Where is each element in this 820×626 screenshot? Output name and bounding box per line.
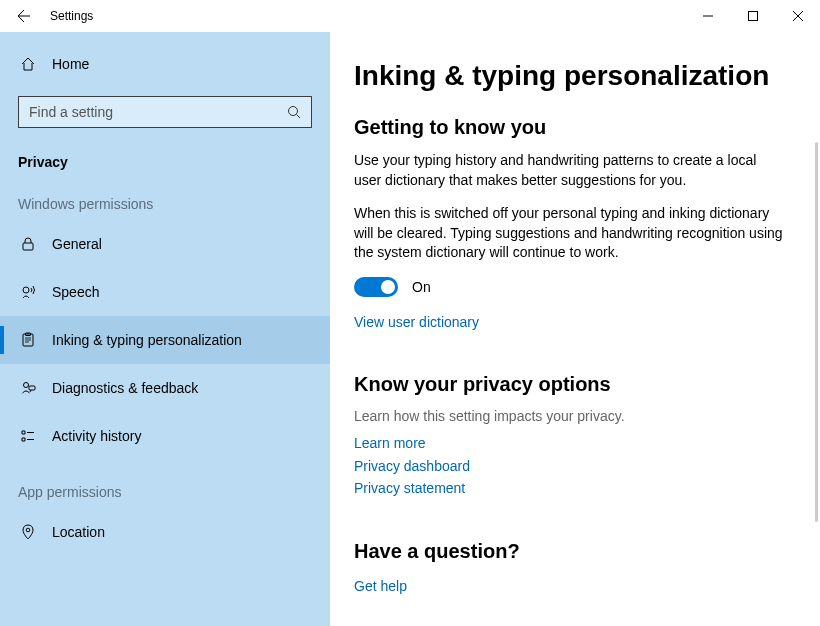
sidebar: Home Privacy Windows permissions General… — [0, 32, 330, 626]
privacy-dashboard-link[interactable]: Privacy dashboard — [354, 455, 786, 477]
sidebar-item-diagnostics[interactable]: Diagnostics & feedback — [0, 364, 330, 412]
svg-point-6 — [24, 383, 29, 388]
close-icon — [793, 11, 803, 21]
close-button[interactable] — [775, 0, 820, 32]
sidebar-home-label: Home — [52, 56, 89, 72]
maximize-button[interactable] — [730, 0, 775, 32]
sidebar-item-speech[interactable]: Speech — [0, 268, 330, 316]
view-dictionary-link[interactable]: View user dictionary — [354, 311, 786, 333]
svg-rect-2 — [23, 243, 33, 250]
window-title: Settings — [50, 9, 93, 23]
search-icon — [287, 105, 301, 119]
section-heading-privacy-options: Know your privacy options — [354, 373, 786, 396]
svg-point-3 — [23, 287, 29, 293]
sidebar-item-location[interactable]: Location — [0, 508, 330, 556]
section1-para1: Use your typing history and handwriting … — [354, 151, 784, 190]
svg-point-8 — [26, 528, 30, 532]
sidebar-home[interactable]: Home — [18, 44, 312, 84]
sidebar-item-label: Speech — [52, 284, 99, 300]
location-icon — [18, 524, 38, 540]
toggle-label: On — [412, 279, 431, 295]
lock-icon — [18, 236, 38, 252]
sidebar-item-inking[interactable]: Inking & typing personalization — [0, 316, 330, 364]
group-header-app: App permissions — [0, 474, 330, 508]
sidebar-section-title: Privacy — [0, 148, 330, 186]
sidebar-item-label: Diagnostics & feedback — [52, 380, 198, 396]
search-box[interactable] — [18, 96, 312, 128]
personalization-toggle[interactable] — [354, 277, 398, 297]
search-input[interactable] — [29, 104, 287, 120]
section-heading-question: Have a question? — [354, 540, 786, 563]
learn-more-link[interactable]: Learn more — [354, 432, 786, 454]
page-title: Inking & typing personalization — [354, 60, 786, 92]
minimize-button[interactable] — [685, 0, 730, 32]
svg-rect-0 — [748, 12, 757, 21]
sidebar-item-activity[interactable]: Activity history — [0, 412, 330, 460]
back-button[interactable] — [4, 0, 44, 32]
feedback-icon — [18, 380, 38, 396]
svg-rect-7 — [29, 386, 35, 390]
timeline-icon — [18, 428, 38, 444]
sidebar-item-general[interactable]: General — [0, 220, 330, 268]
sidebar-item-label: Activity history — [52, 428, 141, 444]
main-content: Inking & typing personalization Getting … — [330, 32, 820, 626]
arrow-left-icon — [16, 8, 32, 24]
clipboard-icon — [18, 332, 38, 348]
svg-point-1 — [289, 107, 298, 116]
sidebar-item-label: Inking & typing personalization — [52, 332, 242, 348]
home-icon — [18, 56, 38, 72]
group-header-windows: Windows permissions — [0, 186, 330, 220]
scrollbar[interactable] — [815, 142, 818, 522]
maximize-icon — [748, 11, 758, 21]
get-help-link[interactable]: Get help — [354, 575, 786, 597]
toggle-row: On — [354, 277, 786, 297]
section1-para2: When this is switched off your personal … — [354, 204, 784, 263]
speech-icon — [18, 284, 38, 300]
titlebar: Settings — [0, 0, 820, 32]
minimize-icon — [703, 11, 713, 21]
app-body: Home Privacy Windows permissions General… — [0, 32, 820, 626]
section-heading-getting-to-know: Getting to know you — [354, 116, 786, 139]
privacy-statement-link[interactable]: Privacy statement — [354, 477, 786, 499]
sidebar-item-label: General — [52, 236, 102, 252]
sidebar-item-label: Location — [52, 524, 105, 540]
privacy-subtext: Learn how this setting impacts your priv… — [354, 408, 786, 424]
window-controls — [685, 0, 820, 32]
